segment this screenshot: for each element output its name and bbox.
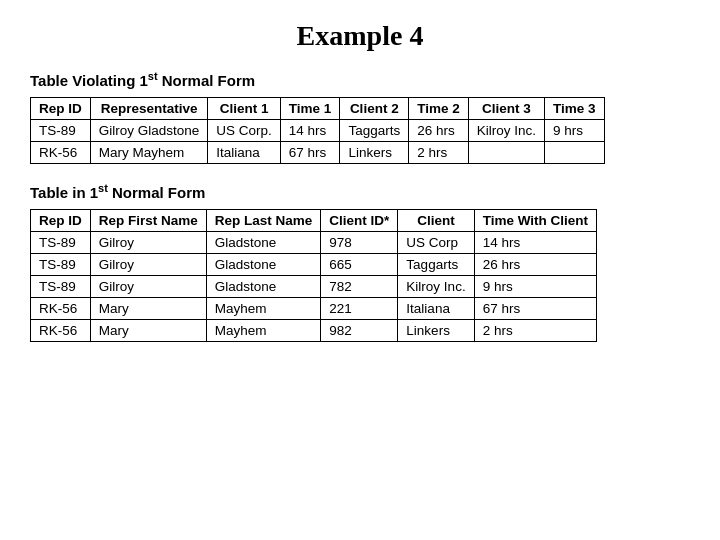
column-header: Rep ID (31, 98, 91, 120)
table-cell (468, 142, 544, 164)
section1: Table Violating 1st Normal Form Rep IDRe… (30, 70, 690, 164)
table-cell: 221 (321, 298, 398, 320)
table-cell: Gladstone (206, 232, 321, 254)
table-cell: 2 hrs (409, 142, 469, 164)
table-cell: Taggarts (340, 120, 409, 142)
table-cell: Mary (90, 298, 206, 320)
column-header: Client 3 (468, 98, 544, 120)
table-cell: Kilroy Inc. (468, 120, 544, 142)
table-cell: Gilroy (90, 276, 206, 298)
table-cell: 978 (321, 232, 398, 254)
column-header: Time With Client (474, 210, 596, 232)
table-cell: RK-56 (31, 298, 91, 320)
table-cell: 67 hrs (280, 142, 340, 164)
normal-form-table: Rep IDRep First NameRep Last NameClient … (30, 209, 597, 342)
table-cell: 665 (321, 254, 398, 276)
table-cell: Gladstone (206, 276, 321, 298)
column-header: Time 1 (280, 98, 340, 120)
page-title: Example 4 (30, 20, 690, 52)
table-header-row: Rep IDRep First NameRep Last NameClient … (31, 210, 597, 232)
table-cell: Gilroy Gladstone (90, 120, 208, 142)
table-cell: Linkers (398, 320, 474, 342)
table-row: RK-56MaryMayhem221Italiana67 hrs (31, 298, 597, 320)
table-cell: Mary (90, 320, 206, 342)
column-header: Client 2 (340, 98, 409, 120)
table-cell: Kilroy Inc. (398, 276, 474, 298)
table-cell: RK-56 (31, 142, 91, 164)
section1-heading: Table Violating 1st Normal Form (30, 70, 690, 89)
table-cell: Mary Mayhem (90, 142, 208, 164)
table-row: TS-89GilroyGladstone665Taggarts26 hrs (31, 254, 597, 276)
table-header-row: Rep IDRepresentativeClient 1Time 1Client… (31, 98, 605, 120)
column-header: Client 1 (208, 98, 281, 120)
table-cell: 26 hrs (474, 254, 596, 276)
table-cell: TS-89 (31, 120, 91, 142)
table-cell: Italiana (398, 298, 474, 320)
table-cell (544, 142, 604, 164)
table-cell: 782 (321, 276, 398, 298)
table-cell: RK-56 (31, 320, 91, 342)
table-cell: 2 hrs (474, 320, 596, 342)
table-cell: 67 hrs (474, 298, 596, 320)
column-header: Client (398, 210, 474, 232)
table-cell: 26 hrs (409, 120, 469, 142)
table-cell: Linkers (340, 142, 409, 164)
column-header: Client ID* (321, 210, 398, 232)
column-header: Representative (90, 98, 208, 120)
table-cell: Taggarts (398, 254, 474, 276)
section2-heading: Table in 1st Normal Form (30, 182, 690, 201)
table-row: TS-89Gilroy GladstoneUS Corp.14 hrsTagga… (31, 120, 605, 142)
column-header: Time 3 (544, 98, 604, 120)
table-cell: Gilroy (90, 232, 206, 254)
table-cell: US Corp (398, 232, 474, 254)
table-cell: Mayhem (206, 298, 321, 320)
table-cell: Mayhem (206, 320, 321, 342)
section2: Table in 1st Normal Form Rep IDRep First… (30, 182, 690, 342)
table-row: RK-56Mary MayhemItaliana67 hrsLinkers2 h… (31, 142, 605, 164)
table-cell: Gladstone (206, 254, 321, 276)
table-cell: TS-89 (31, 276, 91, 298)
table-cell: 982 (321, 320, 398, 342)
column-header: Rep First Name (90, 210, 206, 232)
table-cell: TS-89 (31, 232, 91, 254)
column-header: Rep ID (31, 210, 91, 232)
table-cell: 14 hrs (280, 120, 340, 142)
table-row: RK-56MaryMayhem982Linkers2 hrs (31, 320, 597, 342)
table-row: TS-89GilroyGladstone978US Corp14 hrs (31, 232, 597, 254)
table-cell: 14 hrs (474, 232, 596, 254)
page: Example 4 Table Violating 1st Normal For… (0, 0, 720, 540)
table-cell: 9 hrs (474, 276, 596, 298)
column-header: Rep Last Name (206, 210, 321, 232)
table-cell: Gilroy (90, 254, 206, 276)
table-cell: TS-89 (31, 254, 91, 276)
violation-table: Rep IDRepresentativeClient 1Time 1Client… (30, 97, 605, 164)
table-cell: Italiana (208, 142, 281, 164)
table-row: TS-89GilroyGladstone782Kilroy Inc.9 hrs (31, 276, 597, 298)
table-cell: US Corp. (208, 120, 281, 142)
table-cell: 9 hrs (544, 120, 604, 142)
column-header: Time 2 (409, 98, 469, 120)
